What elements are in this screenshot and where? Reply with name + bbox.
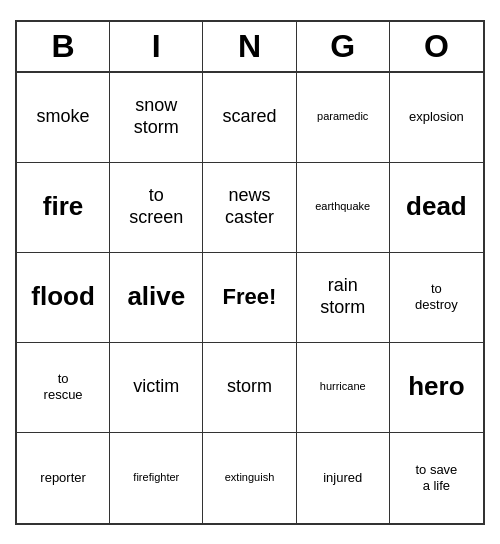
bingo-cell: dead [390, 163, 483, 253]
cell-text: to screen [129, 185, 183, 228]
bingo-cell: to screen [110, 163, 203, 253]
cell-text: hero [408, 371, 464, 402]
bingo-cell: firefighter [110, 433, 203, 523]
header-letter: I [110, 22, 203, 71]
cell-text: extinguish [225, 471, 275, 484]
bingo-cell: storm [203, 343, 296, 433]
cell-text: paramedic [317, 110, 368, 123]
bingo-card: BINGO smokesnow stormscaredparamedicexpl… [15, 20, 485, 525]
bingo-cell: hero [390, 343, 483, 433]
bingo-cell: explosion [390, 73, 483, 163]
bingo-cell: paramedic [297, 73, 390, 163]
bingo-grid: smokesnow stormscaredparamedicexplosionf… [17, 73, 483, 523]
cell-text: fire [43, 191, 83, 222]
cell-text: alive [127, 281, 185, 312]
bingo-cell: reporter [17, 433, 110, 523]
cell-text: hurricane [320, 380, 366, 393]
bingo-cell: news caster [203, 163, 296, 253]
bingo-cell: Free! [203, 253, 296, 343]
cell-text: victim [133, 376, 179, 398]
cell-text: dead [406, 191, 467, 222]
header-letter: O [390, 22, 483, 71]
bingo-cell: fire [17, 163, 110, 253]
cell-text: snow storm [134, 95, 179, 138]
bingo-cell: hurricane [297, 343, 390, 433]
header-letter: G [297, 22, 390, 71]
bingo-cell: alive [110, 253, 203, 343]
bingo-cell: to rescue [17, 343, 110, 433]
cell-text: scared [222, 106, 276, 128]
cell-text: to rescue [44, 371, 83, 402]
bingo-cell: extinguish [203, 433, 296, 523]
cell-text: to save a life [415, 462, 457, 493]
header-letter: N [203, 22, 296, 71]
cell-text: explosion [409, 109, 464, 125]
header-letter: B [17, 22, 110, 71]
bingo-cell: earthquake [297, 163, 390, 253]
bingo-cell: flood [17, 253, 110, 343]
cell-text: news caster [225, 185, 274, 228]
cell-text: storm [227, 376, 272, 398]
cell-text: rain storm [320, 275, 365, 318]
cell-text: smoke [37, 106, 90, 128]
cell-text: flood [31, 281, 95, 312]
bingo-cell: scared [203, 73, 296, 163]
cell-text: injured [323, 470, 362, 486]
cell-text: to destroy [415, 281, 458, 312]
bingo-cell: injured [297, 433, 390, 523]
bingo-cell: to destroy [390, 253, 483, 343]
bingo-cell: snow storm [110, 73, 203, 163]
cell-text: earthquake [315, 200, 370, 213]
cell-text: Free! [223, 284, 277, 310]
cell-text: firefighter [133, 471, 179, 484]
bingo-header: BINGO [17, 22, 483, 73]
bingo-cell: rain storm [297, 253, 390, 343]
cell-text: reporter [40, 470, 86, 486]
bingo-cell: victim [110, 343, 203, 433]
bingo-cell: to save a life [390, 433, 483, 523]
bingo-cell: smoke [17, 73, 110, 163]
